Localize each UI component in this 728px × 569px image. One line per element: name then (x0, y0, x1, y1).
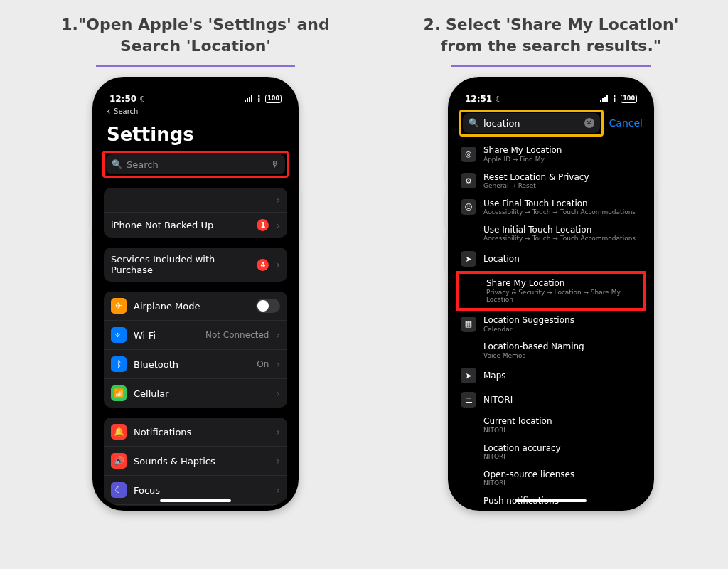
result-row[interactable]: ニ NITORI (452, 388, 650, 412)
highlight-search-field: 🔍 Search 🎙 (102, 151, 289, 178)
result-title: Reset Location & Privacy (483, 172, 589, 182)
bell-icon: 🔔 (111, 424, 127, 440)
page-title: Settings (97, 119, 294, 151)
signal-icon (600, 95, 608, 102)
search-input[interactable]: 🔍 Search 🎙 (106, 154, 285, 174)
notifications-label: Notifications (134, 427, 269, 437)
findmy-icon: ◎ (461, 147, 476, 162)
result-title: Location Suggestions (483, 315, 574, 325)
result-subtitle: Apple ID → Find My (483, 156, 562, 164)
step-2-underline (451, 65, 651, 67)
result-row-share-my-location[interactable]: Share My Location Privacy & Security → L… (459, 274, 643, 308)
result-title: Open-source licenses (483, 469, 574, 479)
badge: 4 (257, 259, 269, 271)
result-row[interactable]: Location-based Naming Voice Memos (452, 337, 650, 363)
chevron-right-icon: › (276, 194, 280, 206)
side-button (299, 191, 302, 240)
side-button (89, 194, 92, 228)
focus-moon-icon: ☾ (139, 95, 146, 104)
backup-alert-row[interactable]: iPhone Not Backed Up 1 › (104, 212, 287, 238)
status-bar: 12:51 ☾ ⋮ 100 (452, 81, 650, 105)
phone-1-frame: 12:50 ☾ ⋮ 100 Search Settings 🔍 Search (92, 77, 299, 511)
mic-icon[interactable]: 🎙 (271, 159, 279, 169)
account-row[interactable]: › (104, 188, 287, 212)
search-results: ◎ Share My Location Apple ID → Find My ⚙… (452, 141, 650, 506)
clear-icon[interactable]: ✕ (584, 118, 594, 128)
signal-icon (245, 95, 252, 102)
home-indicator[interactable] (160, 499, 231, 502)
result-subtitle: NITORI (483, 427, 552, 435)
result-row[interactable]: ⚙ Reset Location & Privacy General → Res… (452, 168, 650, 194)
status-bar: 12:50 ☾ ⋮ 100 (97, 81, 294, 105)
result-subtitle: Privacy & Security → Location → Share My… (486, 289, 638, 304)
result-row[interactable]: Location accuracy NITORI (452, 439, 650, 465)
spacer-icon (461, 444, 476, 459)
calendar-icon: ▦ (461, 317, 476, 332)
chevron-right-icon: › (276, 259, 280, 270)
bluetooth-icon: ᛒ (111, 356, 127, 372)
result-title: Share My Location (483, 145, 562, 155)
step-2-title: 2. Select 'Share My Location' from the s… (398, 14, 704, 60)
result-subtitle: Accessibility → Touch → Touch Accommodat… (483, 235, 636, 243)
step-2-title-line2: from the search results." (412, 36, 690, 57)
speaker-icon: 🔊 (111, 453, 127, 469)
spacer-icon (461, 497, 476, 507)
result-subtitle: Accessibility → Touch → Touch Accommodat… (483, 208, 636, 216)
side-button (444, 162, 447, 182)
result-row[interactable]: ➤ Maps (452, 363, 650, 388)
focus-label: Focus (134, 485, 269, 496)
result-title: Use Initial Touch Location (483, 225, 636, 235)
sounds-row[interactable]: 🔊 Sounds & Haptics › (104, 446, 287, 475)
highlight-target-result: Share My Location Privacy & Security → L… (456, 271, 646, 311)
services-label: Services Included with Purchase (111, 254, 250, 275)
status-time: 12:51 (465, 94, 492, 104)
cancel-button[interactable]: Cancel (609, 117, 643, 129)
screentime-row[interactable]: ⏳ Screen Time › (104, 504, 287, 506)
spacer-icon (461, 470, 476, 486)
chevron-right-icon: › (276, 484, 280, 496)
notifications-row[interactable]: 🔔 Notifications › (104, 418, 287, 446)
services-row[interactable]: Services Included with Purchase 4 › (104, 248, 287, 282)
result-subtitle: General → Reset (483, 182, 589, 190)
result-subtitle: NITORI (483, 453, 561, 461)
airplane-toggle[interactable] (256, 299, 280, 313)
result-row[interactable]: ▦ Location Suggestions Calendar (452, 311, 650, 337)
home-indicator[interactable] (515, 499, 587, 502)
side-button (89, 162, 92, 182)
cellular-row[interactable]: 📶 Cellular › (104, 378, 287, 408)
airplane-row[interactable]: ✈ Airplane Mode (104, 292, 287, 320)
status-time: 12:50 (109, 94, 136, 104)
result-row[interactable]: Use Initial Touch Location Accessibility… (452, 220, 650, 247)
cellular-label: Cellular (134, 388, 269, 399)
chevron-right-icon: › (276, 455, 280, 467)
result-row[interactable]: ◎ Share My Location Apple ID → Find My (452, 141, 650, 167)
spacer-icon (464, 283, 479, 299)
result-title: Location-based Naming (483, 341, 584, 351)
step-1: 1."Open Apple's 'Settings' and Search 'L… (43, 14, 348, 511)
phone-2-frame: 12:51 ☾ ⋮ 100 🔍 location ✕ (448, 77, 654, 511)
back-nav[interactable]: Search (97, 105, 294, 119)
result-row[interactable]: Open-source licenses NITORI (452, 465, 650, 491)
step-2-title-line1: 2. Select 'Share My Location' (412, 14, 690, 36)
search-input[interactable]: 🔍 location ✕ (463, 113, 600, 133)
bluetooth-row[interactable]: ᛒ Bluetooth On › (104, 349, 287, 378)
battery-icon: 100 (621, 95, 637, 103)
wifi-icon: ᯤ (111, 327, 127, 343)
focus-moon-icon: ☾ (495, 95, 502, 104)
result-title: Location (483, 254, 520, 264)
chevron-right-icon: › (276, 388, 280, 399)
step-1-title-line1: 1."Open Apple's 'Settings' and (57, 14, 334, 36)
result-row[interactable]: ➤ Location (452, 247, 650, 271)
result-row[interactable]: Current location NITORI (452, 412, 650, 438)
airplane-icon: ✈ (111, 298, 127, 314)
chevron-right-icon: › (276, 358, 280, 370)
result-row[interactable]: ☺ Use Final Touch Location Accessibility… (452, 194, 650, 220)
result-subtitle: Voice Memos (483, 352, 584, 360)
step-1-title: 1."Open Apple's 'Settings' and Search 'L… (43, 14, 348, 60)
wifi-value: Not Connected (205, 330, 269, 340)
side-button (444, 194, 447, 228)
highlight-search-field: 🔍 location ✕ (459, 110, 604, 137)
side-button (444, 237, 447, 271)
wifi-row[interactable]: ᯤ Wi-Fi Not Connected › (104, 320, 287, 349)
chevron-right-icon: › (276, 329, 280, 341)
